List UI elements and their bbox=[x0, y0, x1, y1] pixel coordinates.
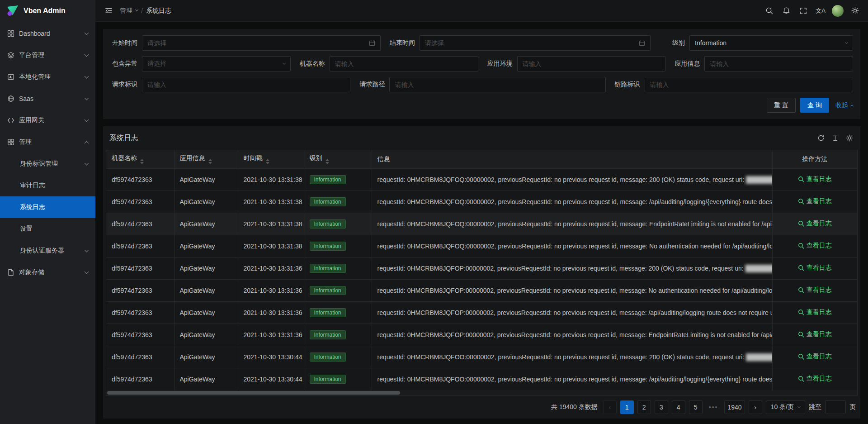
view-log-link[interactable]: 查看日志 bbox=[798, 286, 832, 294]
sidebar-item-manage[interactable]: 管理 bbox=[0, 131, 95, 153]
cell-timestamp: 2021-10-30 13:31:36 bbox=[238, 324, 304, 346]
cell-message: requestId: 0HMCRBM8JQFOP:00000002, previ… bbox=[372, 324, 772, 346]
cell-app: ApiGateWay bbox=[174, 301, 238, 324]
sort-icons[interactable] bbox=[140, 159, 144, 164]
settings-gear-icon[interactable] bbox=[846, 0, 863, 22]
menu-fold-icon[interactable] bbox=[100, 0, 117, 22]
sidebar-subitem-auth-server[interactable]: 身份认证服务器 bbox=[0, 240, 95, 262]
machine-name-input[interactable] bbox=[335, 60, 473, 67]
end-time-input[interactable] bbox=[425, 39, 636, 47]
sidebar-subitem-audit-log[interactable]: 审计日志 bbox=[0, 175, 95, 196]
include-exception-select[interactable]: 请选择 bbox=[142, 56, 291, 71]
cell-message: requestId: 0HMCRBM8JQFOP:00000002, previ… bbox=[372, 301, 772, 324]
page-button-3[interactable]: 3 bbox=[655, 400, 668, 414]
page-button-2[interactable]: 2 bbox=[637, 400, 651, 414]
view-log-link[interactable]: 查看日志 bbox=[798, 264, 832, 272]
sidebar-item-object-storage[interactable]: 对象存储 bbox=[0, 262, 95, 283]
scrollbar-thumb[interactable] bbox=[107, 391, 400, 395]
next-page-button[interactable]: › bbox=[749, 400, 762, 414]
sidebar-subitem-system-log[interactable]: 系统日志 bbox=[0, 196, 95, 218]
chevron-down-icon bbox=[85, 248, 89, 252]
view-log-link[interactable]: 查看日志 bbox=[798, 175, 832, 183]
cell-app: ApiGateWay bbox=[174, 346, 238, 368]
translate-icon[interactable]: 文A bbox=[812, 0, 829, 22]
sidebar-item-dashboard[interactable]: Dashboard bbox=[0, 23, 95, 44]
level-select[interactable]: Information bbox=[689, 35, 853, 51]
app-env-input[interactable] bbox=[523, 60, 660, 67]
saas-icon bbox=[7, 95, 14, 102]
filter-form: 开始时间结束时间级别Information包含异常请选择机器名称应用环境应用信息… bbox=[103, 35, 853, 92]
query-button[interactable]: 查 询 bbox=[800, 98, 829, 113]
sidebar-item-platform[interactable]: 平台管理 bbox=[0, 44, 95, 66]
column-header-app[interactable]: 应用信息 bbox=[174, 150, 238, 168]
page-size-select[interactable]: 10 条/页 bbox=[766, 400, 805, 414]
level-badge: Information bbox=[310, 375, 346, 384]
jump-suffix: 页 bbox=[849, 403, 856, 411]
sort-icons[interactable] bbox=[266, 159, 269, 164]
reset-button[interactable]: 重 置 bbox=[767, 98, 796, 113]
start-time-input[interactable] bbox=[147, 39, 366, 47]
request-id-input[interactable] bbox=[147, 81, 345, 88]
sidebar-subitem-identity[interactable]: 身份标识管理 bbox=[0, 153, 95, 175]
view-log-link[interactable]: 查看日志 bbox=[798, 197, 832, 205]
refresh-icon[interactable] bbox=[817, 134, 825, 142]
row-height-icon[interactable] bbox=[832, 135, 839, 142]
fullscreen-icon[interactable] bbox=[795, 0, 812, 22]
view-log-link[interactable]: 查看日志 bbox=[798, 353, 832, 361]
horizontal-scrollbar[interactable] bbox=[106, 390, 858, 396]
app-info-label: 应用信息 bbox=[665, 60, 704, 68]
machine-name-input-box[interactable] bbox=[330, 56, 478, 71]
filter-field-request-path: 请求路径 bbox=[350, 77, 605, 92]
collapse-link[interactable]: 收起 bbox=[835, 101, 853, 110]
logo[interactable]: Vben Admin bbox=[0, 0, 95, 22]
sort-icons[interactable] bbox=[326, 159, 329, 164]
page-button-1[interactable]: 1 bbox=[620, 400, 634, 414]
view-log-link[interactable]: 查看日志 bbox=[798, 242, 832, 250]
column-header-level[interactable]: 级别 bbox=[304, 150, 372, 168]
app-env-input-box[interactable] bbox=[517, 56, 666, 71]
sidebar-item-saas[interactable]: Saas bbox=[0, 88, 95, 110]
sidebar-item-label: 本地化管理 bbox=[19, 73, 80, 81]
page-button-5[interactable]: 5 bbox=[689, 400, 703, 414]
column-header-machine[interactable]: 机器名称 bbox=[106, 150, 174, 168]
page-button-4[interactable]: 4 bbox=[672, 400, 685, 414]
trace-id-input[interactable] bbox=[650, 81, 848, 88]
sidebar-subitem-label: 设置 bbox=[20, 225, 88, 233]
view-log-link[interactable]: 查看日志 bbox=[798, 219, 832, 228]
end-time-datepicker[interactable] bbox=[420, 35, 651, 51]
page-button-1940[interactable]: 1940 bbox=[724, 400, 745, 414]
jump-page-input[interactable] bbox=[825, 400, 846, 414]
view-log-link[interactable]: 查看日志 bbox=[798, 375, 832, 383]
cell-machine: df5974d72363 bbox=[106, 346, 174, 368]
chevron-down-icon bbox=[283, 61, 286, 64]
column-settings-icon[interactable] bbox=[846, 134, 853, 142]
notification-bell-icon[interactable] bbox=[778, 0, 795, 22]
cell-level: Information bbox=[304, 191, 372, 213]
content: 开始时间结束时间级别Information包含异常请选择机器名称应用环境应用信息… bbox=[95, 22, 868, 424]
sidebar-item-localization[interactable]: 本地化管理 bbox=[0, 66, 95, 88]
level-badge: Information bbox=[310, 175, 346, 184]
column-header-timestamp[interactable]: 时间戳 bbox=[238, 150, 304, 168]
sidebar-subitem-settings[interactable]: 设置 bbox=[0, 218, 95, 240]
prev-page-button[interactable]: ‹ bbox=[603, 400, 617, 414]
avatar[interactable] bbox=[829, 0, 846, 22]
view-log-link[interactable]: 查看日志 bbox=[798, 330, 832, 338]
app-info-input-box[interactable] bbox=[704, 56, 853, 71]
sort-icons[interactable] bbox=[208, 159, 212, 164]
view-log-link[interactable]: 查看日志 bbox=[798, 308, 832, 316]
chevron-down-icon bbox=[135, 8, 138, 11]
request-path-input-box[interactable] bbox=[389, 77, 605, 92]
start-time-datepicker[interactable] bbox=[142, 35, 381, 51]
breadcrumb-section[interactable]: 管理 bbox=[120, 7, 132, 15]
request-path-input[interactable] bbox=[395, 81, 600, 88]
search-icon[interactable] bbox=[760, 0, 778, 22]
sidebar-item-gateway[interactable]: 应用网关 bbox=[0, 110, 95, 131]
table-row: df5974d72363ApiGateWay2021-10-30 13:30:4… bbox=[106, 346, 857, 368]
cell-action: 查看日志 bbox=[772, 191, 857, 213]
cell-timestamp: 2021-10-30 13:31:36 bbox=[238, 279, 304, 301]
trace-id-input-box[interactable] bbox=[645, 77, 853, 92]
request-id-input-box[interactable] bbox=[142, 77, 350, 92]
system-log-table: 机器名称应用信息时间戳级别信息操作方法 df5974d72363ApiGateW… bbox=[106, 150, 857, 390]
pages-ellipsis[interactable]: ••• bbox=[706, 400, 721, 414]
app-info-input[interactable] bbox=[710, 60, 848, 67]
